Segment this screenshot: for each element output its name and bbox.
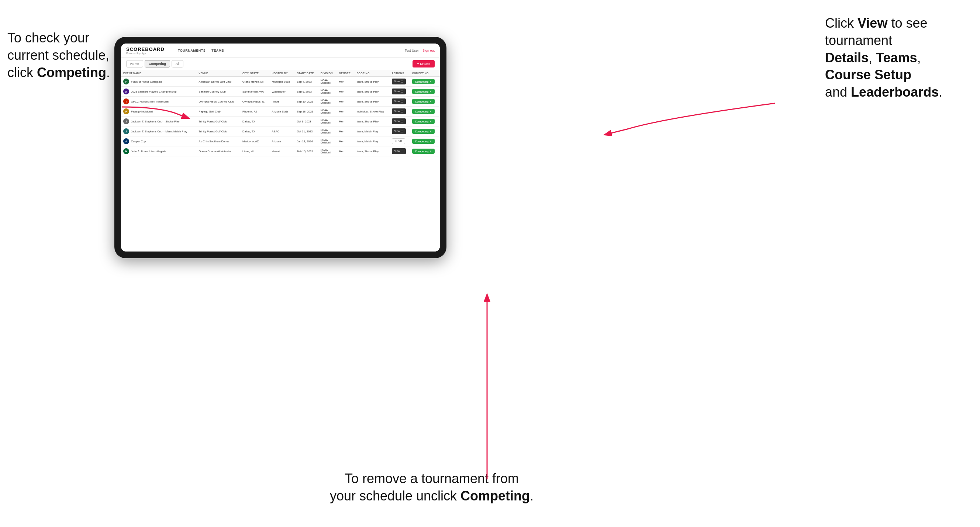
cell-actions[interactable]: View ⓘ [390,116,410,127]
cell-actions[interactable]: View ⓘ [390,97,410,106]
cell-competing[interactable]: Competing [410,146,440,156]
cell-hosted-by [269,116,294,127]
cell-event-name: J Jackson T. Stephens Cup – Stroke Play [121,116,196,127]
cell-venue: Ocean Course At Hokuala [196,146,240,156]
cell-scoring: team, Stroke Play [355,77,390,87]
tab-all[interactable]: All [172,60,183,67]
view-button[interactable]: View ⓘ [392,79,406,84]
nav-tournaments[interactable]: TOURNAMENTS [178,49,205,52]
col-city-state: CITY, STATE [240,70,269,77]
cell-division: NCAADivision I [318,137,337,146]
competing-badge[interactable]: Competing [412,109,435,114]
cell-gender: Men [337,116,355,127]
cell-competing[interactable]: Competing [410,127,440,137]
cell-actions[interactable]: View ⓘ [390,146,410,156]
view-button[interactable]: View ⓘ [392,129,406,134]
competing-badge[interactable]: Competing [412,99,435,104]
cell-actions[interactable]: View ⓘ [390,127,410,137]
sign-out-link[interactable]: Sign out [423,49,435,52]
cell-start-date: Feb 15, 2024 [294,146,318,156]
cell-competing[interactable]: Competing [410,87,440,97]
table-row: F Folds of Honor Collegiate American Dun… [121,77,440,87]
team-logo: H [123,148,129,154]
annotation-top-left: To check your current schedule, click Co… [7,30,126,81]
cell-actions[interactable]: View ⓘ [390,106,410,116]
cell-start-date: Sep 15, 2023 [294,97,318,106]
nav-links: TOURNAMENTS TEAMS [178,49,224,52]
cell-city-state: Phoenix, AZ [240,106,269,116]
view-button[interactable]: View ⓘ [392,148,406,154]
cell-venue: Papago Golf Club [196,106,240,116]
header-right: Test User Sign out [405,49,435,52]
cell-actions[interactable]: View ⓘ [390,87,410,97]
col-venue: VENUE [196,70,240,77]
toolbar: Home Competing All + Create [121,58,440,70]
table-row: A Copper Cup Ak-Chin Southern DunesMaric… [121,137,440,146]
cell-scoring: individual, Stroke Play [355,106,390,116]
tab-home[interactable]: Home [126,60,143,67]
tab-group: Home Competing All [126,60,183,67]
cell-hosted-by: ABAC [269,127,294,137]
cell-venue: Trinity Forest Golf Club [196,127,240,137]
cell-division: NCAADivision I [318,106,337,116]
cell-event-name: P Papago Individual [121,106,196,116]
table-container: EVENT NAME VENUE CITY, STATE HOSTED BY S… [121,70,440,251]
cell-hosted-by: Washington [269,87,294,97]
col-division: DIVISION [318,70,337,77]
event-name-cell: I OFCC Fighting Illini Invitational [123,98,194,104]
cell-start-date: Oct 9, 2023 [294,116,318,127]
event-name-cell: J Jackson T. Stephens Cup – Stroke Play [123,118,194,124]
view-button[interactable]: View ⓘ [392,118,406,124]
event-name-cell: A Copper Cup [123,138,194,144]
cell-competing[interactable]: Competing [410,77,440,87]
cell-event-name: A Copper Cup [121,137,196,146]
nav-teams[interactable]: TEAMS [212,49,224,52]
competing-badge[interactable]: Competing [412,79,435,84]
tablet-screen: SCOREBOARD Powered by clipp TOURNAMENTS … [121,43,440,251]
cell-division: NCAADivision I [318,87,337,97]
view-button[interactable]: View ⓘ [392,89,406,94]
cell-competing[interactable]: Competing [410,137,440,146]
cell-competing[interactable]: Competing [410,116,440,127]
competing-badge[interactable]: Competing [412,89,435,94]
cell-event-name: I OFCC Fighting Illini Invitational [121,97,196,106]
cell-event-name: W 2023 Sahalee Players Championship [121,87,196,97]
table-row: W 2023 Sahalee Players Championship Saha… [121,87,440,97]
cell-actions[interactable]: ✏ Edit [390,137,410,146]
col-competing: COMPETING [410,70,440,77]
cell-venue: American Dunes Golf Club [196,77,240,87]
cell-gender: Men [337,137,355,146]
create-button[interactable]: + Create [412,60,435,67]
tab-competing[interactable]: Competing [145,60,170,67]
competing-badge[interactable]: Competing [412,149,435,154]
cell-city-state: Dallas, TX [240,116,269,127]
view-button[interactable]: View ⓘ [392,108,406,114]
event-name-cell: J Jackson T. Stephens Cup – Men's Match … [123,129,194,134]
tablet-frame: SCOREBOARD Powered by clipp TOURNAMENTS … [115,37,447,258]
competing-badge[interactable]: Competing [412,139,435,144]
annotation-top-right: Click View to see tournament Details, Te… [825,15,973,101]
cell-gender: Men [337,87,355,97]
team-logo: A [123,138,129,144]
cell-scoring: team, Stroke Play [355,146,390,156]
cell-competing[interactable]: Competing [410,97,440,106]
view-button[interactable]: View ⓘ [392,98,406,104]
competing-badge[interactable]: Competing [412,119,435,124]
cell-division: NCAADivision I [318,127,337,137]
cell-city-state: Maricopa, AZ [240,137,269,146]
cell-city-state: Grand Haven, MI [240,77,269,87]
cell-hosted-by: Michigan State [269,77,294,87]
cell-gender: Men [337,97,355,106]
team-logo: I [123,98,129,104]
col-start-date: START DATE [294,70,318,77]
cell-competing[interactable]: Competing [410,106,440,116]
table-row: J Jackson T. Stephens Cup – Men's Match … [121,127,440,137]
cell-scoring: team, Stroke Play [355,116,390,127]
table-header-row: EVENT NAME VENUE CITY, STATE HOSTED BY S… [121,70,440,77]
cell-actions[interactable]: View ⓘ [390,77,410,87]
edit-button[interactable]: ✏ Edit [392,138,405,144]
cell-event-name: H John A. Burns Intercollegiate [121,146,196,156]
team-logo: P [123,108,129,114]
cell-event-name: J Jackson T. Stephens Cup – Men's Match … [121,127,196,137]
competing-badge[interactable]: Competing [412,129,435,134]
